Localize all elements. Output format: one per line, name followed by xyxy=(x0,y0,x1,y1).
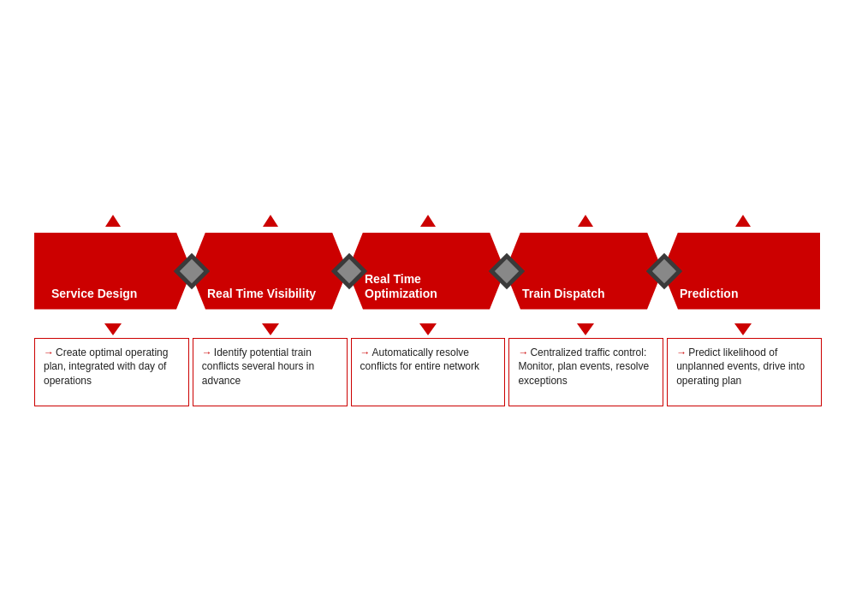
segment-prediction: Prediction xyxy=(664,233,822,310)
desc-arrow-2: → xyxy=(202,346,212,358)
banner-row: Service Design Real Time Visibility Real… xyxy=(34,233,822,310)
top-arrow-4 xyxy=(578,215,593,227)
arrow-marker-5 xyxy=(664,310,822,335)
top-arrow-cell-5 xyxy=(664,210,822,231)
banner-wrapper: Service Design Real Time Visibility Real… xyxy=(34,233,822,310)
desc-arrow-3: → xyxy=(360,346,371,358)
segment-real-time-optimization: Real Time Optimization xyxy=(349,233,507,310)
desc-text-train-dispatch: Centralized traffic control: Monitor, pl… xyxy=(518,346,649,388)
desc-text-service-design: Create optimal operating plan, integrate… xyxy=(44,346,168,388)
segment-title-service-design: Service Design xyxy=(45,287,137,301)
desc-box-train-dispatch: →Centralized traffic control: Monitor, p… xyxy=(508,338,663,406)
segment-title-real-time-visibility: Real Time Visibility xyxy=(200,287,316,301)
top-arrow-3 xyxy=(420,215,436,227)
segment-train-dispatch: Train Dispatch xyxy=(507,233,664,310)
arrow-marker-2 xyxy=(192,310,349,335)
arrow-marker-1 xyxy=(34,310,192,335)
segment-header-train-dispatch: Train Dispatch xyxy=(505,233,663,310)
segment-title-prediction: Prediction xyxy=(673,287,738,301)
segment-header-real-time-visibility: Real Time Visibility xyxy=(190,233,348,310)
desc-box-real-time-optimization: →Automatically resolve conflicts for ent… xyxy=(351,338,506,406)
desc-box-service-design: →Create optimal operating plan, integrat… xyxy=(34,338,189,406)
arrow-down-4 xyxy=(577,323,594,335)
segment-real-time-visibility: Real Time Visibility xyxy=(192,233,349,310)
arrow-down-3 xyxy=(419,323,437,335)
desc-arrow-4: → xyxy=(518,346,528,358)
top-arrow-cell-3 xyxy=(349,210,507,231)
segment-header-prediction: Prediction xyxy=(663,233,820,310)
top-arrow-cell-2 xyxy=(192,210,349,231)
desc-arrow-5: → xyxy=(676,346,687,358)
segment-title-real-time-optimization: Real Time Optimization xyxy=(358,272,495,301)
arrow-down-2 xyxy=(262,323,279,335)
segment-header-service-design: Service Design xyxy=(34,233,192,310)
arrow-markers-row xyxy=(34,310,822,335)
desc-text-real-time-optimization: Automatically resolve conflicts for enti… xyxy=(360,346,479,373)
desc-arrow-1: → xyxy=(44,346,54,358)
top-arrow-cell-1 xyxy=(34,210,192,231)
segment-service-design: Service Design xyxy=(34,233,192,310)
arrow-down-1 xyxy=(104,323,122,335)
desc-box-real-time-visibility: →Identify potential train conflicts seve… xyxy=(193,338,348,406)
desc-text-real-time-visibility: Identify potential train conflicts sever… xyxy=(202,346,314,388)
top-arrows-row xyxy=(34,210,822,231)
top-arrow-1 xyxy=(105,215,121,227)
arrow-down-5 xyxy=(734,323,752,335)
top-arrow-5 xyxy=(735,215,751,227)
top-arrow-2 xyxy=(263,215,278,227)
desc-text-prediction: Predict likelihood of unplanned events, … xyxy=(676,346,805,388)
segment-header-real-time-optimization: Real Time Optimization xyxy=(348,233,505,310)
desc-row: →Create optimal operating plan, integrat… xyxy=(34,338,822,406)
arrow-marker-3 xyxy=(349,310,507,335)
arrow-marker-4 xyxy=(507,310,664,335)
top-arrow-cell-4 xyxy=(507,210,664,231)
desc-box-prediction: →Predict likelihood of unplanned events,… xyxy=(667,338,822,406)
segment-title-train-dispatch: Train Dispatch xyxy=(515,287,604,301)
diagram-container: Service Design Real Time Visibility Real… xyxy=(34,210,822,406)
